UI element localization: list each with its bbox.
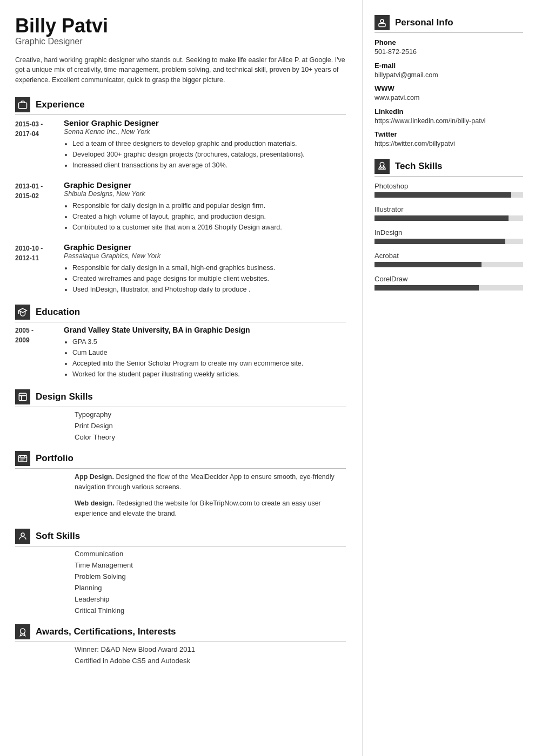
right-column: Personal Info Phone 501-872-2516 E-mail … bbox=[362, 0, 535, 756]
awards-section: Awards, Certifications, Interests Winner… bbox=[15, 624, 346, 665]
personal-info-header: Personal Info bbox=[374, 15, 523, 33]
svg-rect-0 bbox=[19, 103, 27, 109]
awards-title: Awards, Certifications, Interests bbox=[36, 626, 176, 637]
portfolio-icon bbox=[15, 451, 30, 466]
exp-company: Passalaqua Graphics, New York bbox=[64, 252, 346, 260]
exp-content: Graphic Designer Passalaqua Graphics, Ne… bbox=[64, 242, 346, 295]
list-item: Led a team of three designers to develop… bbox=[72, 138, 346, 149]
list-item: Responsible for daily design in a small,… bbox=[72, 262, 346, 273]
email-value: billypatvi@gmail.com bbox=[374, 71, 523, 80]
exp-dates: 2013-01 -2015-02 bbox=[15, 180, 64, 233]
experience-icon bbox=[15, 97, 30, 112]
candidate-name: Billy Patvi bbox=[15, 15, 346, 37]
twitter-label: Twitter bbox=[374, 130, 523, 138]
skill-bar-fill bbox=[374, 285, 479, 291]
tech-skill-bar: CorelDraw bbox=[374, 275, 523, 291]
soft-skill-item: Communication bbox=[75, 550, 346, 558]
skill-bar-fill bbox=[374, 192, 511, 198]
www-value: www.patvi.com bbox=[374, 93, 523, 103]
phone-value: 501-872-2516 bbox=[374, 48, 523, 57]
education-entry: 2005 -2009 Grand Valley State University… bbox=[15, 326, 346, 380]
soft-skills-list: CommunicationTime ManagementProblem Solv… bbox=[15, 550, 346, 615]
soft-skills-title: Soft Skills bbox=[36, 531, 80, 542]
tech-skills-title: Tech Skills bbox=[395, 161, 443, 172]
list-item: GPA 3.5 bbox=[72, 336, 346, 347]
tech-skill-name: InDesign bbox=[374, 228, 523, 237]
list-item: Created a high volume of layout, graphic… bbox=[72, 211, 346, 222]
exp-dates: 2015-03 -2017-04 bbox=[15, 118, 64, 171]
exp-content: Graphic Designer Shibula Designs, New Yo… bbox=[64, 180, 346, 233]
tech-skill-name: CorelDraw bbox=[374, 275, 523, 283]
education-section: Education 2005 -2009 Grand Valley State … bbox=[15, 305, 346, 380]
list-item: Cum Laude bbox=[72, 347, 346, 358]
svg-rect-9 bbox=[379, 24, 385, 27]
soft-skills-section: Soft Skills CommunicationTime Management… bbox=[15, 529, 346, 615]
exp-job-title: Senior Graphic Designer bbox=[64, 118, 346, 127]
design-skill-item: Typography bbox=[75, 410, 346, 418]
tech-skill-name: Illustrator bbox=[374, 205, 523, 213]
personal-info-icon bbox=[374, 15, 390, 30]
list-item: Used InDesign, Illustrator, and Photosho… bbox=[72, 284, 346, 295]
edu-dates: 2005 -2009 bbox=[15, 326, 64, 380]
tech-skills-bars: Photoshop Illustrator InDesign Acrobat C… bbox=[374, 182, 523, 291]
exp-content: Senior Graphic Designer Senna Kenno Inc.… bbox=[64, 118, 346, 171]
resume-container: Billy Patvi Graphic Designer Creative, h… bbox=[0, 0, 535, 756]
list-item: Created wireframes and page designs for … bbox=[72, 273, 346, 284]
experience-title: Experience bbox=[36, 99, 85, 110]
education-list: 2005 -2009 Grand Valley State University… bbox=[15, 326, 346, 380]
linkedin-value: https://www.linkedin.com/in/billy-patvi bbox=[374, 117, 523, 126]
awards-header: Awards, Certifications, Interests bbox=[15, 624, 346, 642]
tech-skills-icon bbox=[374, 159, 390, 174]
svg-point-7 bbox=[21, 629, 25, 633]
exp-job-title: Graphic Designer bbox=[64, 242, 346, 252]
award-item: Winner: D&AD New Blood Award 2011 bbox=[75, 645, 346, 653]
skill-bar-fill bbox=[374, 239, 505, 244]
design-skills-section: Design Skills TypographyPrint DesignColo… bbox=[15, 389, 346, 441]
portfolio-entry: Web design. Redesigned the website for B… bbox=[15, 498, 346, 519]
personal-info-title: Personal Info bbox=[395, 17, 453, 28]
soft-skill-item: Planning bbox=[75, 584, 346, 592]
exp-bullets: Responsible for daily design in a prolif… bbox=[64, 200, 346, 233]
design-skills-title: Design Skills bbox=[36, 392, 93, 402]
tech-skill-bar: Photoshop bbox=[374, 182, 523, 198]
education-icon bbox=[15, 305, 30, 320]
skill-bar-bg bbox=[374, 262, 523, 267]
tech-skills-header: Tech Skills bbox=[374, 159, 523, 177]
edu-bullets: GPA 3.5Cum LaudeAccepted into the Senior… bbox=[64, 336, 346, 380]
left-column: Billy Patvi Graphic Designer Creative, h… bbox=[0, 0, 362, 756]
tech-skill-bar: InDesign bbox=[374, 228, 523, 244]
design-skills-header: Design Skills bbox=[15, 389, 346, 407]
tech-skill-bar: Acrobat bbox=[374, 252, 523, 267]
email-label: E-mail bbox=[374, 62, 523, 70]
svg-point-8 bbox=[380, 19, 384, 23]
skill-bar-bg bbox=[374, 215, 523, 221]
exp-bullets: Responsible for daily design in a small,… bbox=[64, 262, 346, 295]
edu-content: Grand Valley State University, BA in Gra… bbox=[64, 326, 346, 380]
exp-dates: 2010-10 -2012-11 bbox=[15, 242, 64, 295]
experience-list: 2015-03 -2017-04 Senior Graphic Designer… bbox=[15, 118, 346, 295]
design-skills-icon bbox=[15, 389, 30, 404]
award-item: Certified in Adobe CS5 and Autodesk bbox=[75, 657, 346, 665]
list-item: Developed 300+ graphic design projects (… bbox=[72, 149, 346, 160]
skill-bar-bg bbox=[374, 239, 523, 244]
tech-skills-section: Tech Skills Photoshop Illustrator InDesi… bbox=[374, 159, 523, 291]
experience-entry: 2015-03 -2017-04 Senior Graphic Designer… bbox=[15, 118, 346, 171]
linkedin-label: LinkedIn bbox=[374, 107, 523, 116]
list-item: Worked for the student paper illustratin… bbox=[72, 369, 346, 380]
awards-icon bbox=[15, 624, 30, 639]
experience-header: Experience bbox=[15, 97, 346, 115]
www-label: WWW bbox=[374, 84, 523, 92]
exp-company: Senna Kenno Inc., New York bbox=[64, 128, 346, 136]
experience-section: Experience 2015-03 -2017-04 Senior Graph… bbox=[15, 97, 346, 295]
list-item: Responsible for daily design in a prolif… bbox=[72, 200, 346, 211]
edu-degree: Grand Valley State University, BA in Gra… bbox=[64, 326, 346, 334]
skill-bar-fill bbox=[374, 262, 482, 267]
soft-skill-item: Leadership bbox=[75, 595, 346, 603]
design-skills-list: TypographyPrint DesignColor Theory bbox=[15, 410, 346, 441]
soft-skill-item: Time Management bbox=[75, 561, 346, 569]
soft-skills-header: Soft Skills bbox=[15, 529, 346, 546]
skill-bar-fill bbox=[374, 215, 509, 221]
portfolio-item-title: Web design. bbox=[75, 500, 114, 507]
education-title: Education bbox=[36, 307, 80, 318]
exp-company: Shibula Designs, New York bbox=[64, 190, 346, 198]
